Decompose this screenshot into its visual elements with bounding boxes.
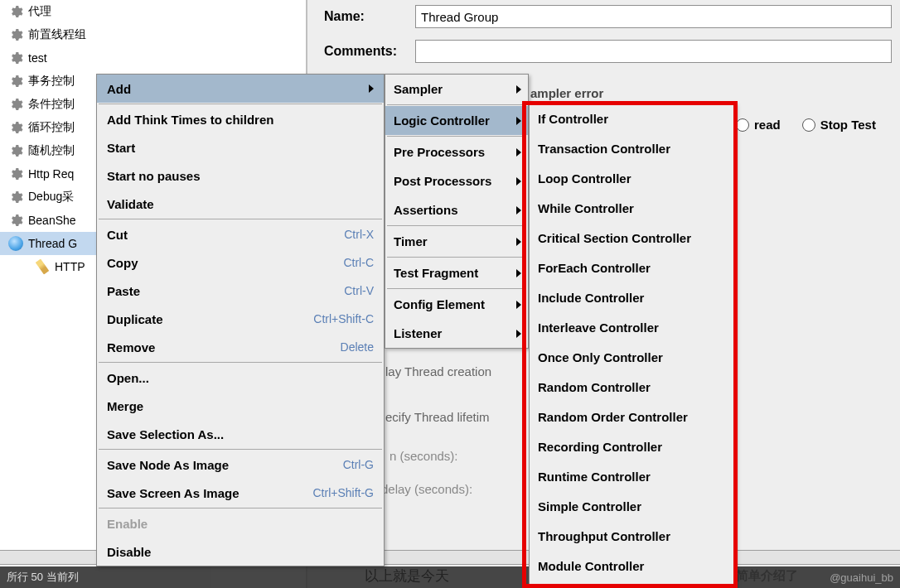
- menu-add-think-times[interactable]: Add Think Times to children: [97, 105, 384, 133]
- menu-shortcut: Ctrl-C: [343, 256, 374, 269]
- tree-item-label: 前置线程组: [28, 27, 86, 42]
- gear-icon: [8, 74, 23, 89]
- logic-loop-controller[interactable]: Loop Controller: [530, 163, 735, 193]
- menu-item-label: Validate: [107, 197, 154, 211]
- menu-separator: [99, 449, 382, 450]
- logic-include-controller[interactable]: Include Controller: [530, 282, 735, 312]
- logic-transaction-controller[interactable]: Transaction Controller: [530, 133, 735, 163]
- menu-item-label: Add Think Times to children: [107, 113, 273, 127]
- menu-item-label: ForEach Controller: [538, 261, 651, 275]
- submenu-pre-processors[interactable]: Pre Processors: [385, 137, 528, 166]
- menu-add[interactable]: Add: [97, 75, 384, 103]
- logic-throughput-controller[interactable]: Throughput Controller: [530, 521, 735, 551]
- submenu-logic-controller[interactable]: Logic Controller: [385, 106, 528, 135]
- submenu-arrow-icon: [516, 301, 521, 309]
- menu-item-label: Sampler: [394, 82, 443, 96]
- radio-stop-test[interactable]: Stop Test: [802, 118, 876, 132]
- submenu-arrow-icon: [516, 148, 521, 157]
- name-input[interactable]: [415, 5, 892, 28]
- menu-shortcut: Ctrl+Shift-C: [313, 312, 374, 325]
- menu-item-label: Transaction Controller: [538, 142, 670, 156]
- tree-item-label: 代理: [28, 4, 51, 19]
- menu-start[interactable]: Start: [97, 133, 384, 161]
- submenu-arrow-icon: [516, 177, 521, 186]
- submenu-post-processors[interactable]: Post Processors: [385, 166, 528, 195]
- menu-item-label: Loop Controller: [538, 171, 631, 186]
- menu-duplicate[interactable]: DuplicateCtrl+Shift-C: [97, 305, 384, 333]
- context-menu: Add Add Think Times to children Start St…: [96, 74, 385, 566]
- logic-module-controller[interactable]: Module Controller: [530, 551, 735, 581]
- submenu-listener[interactable]: Listener: [385, 319, 528, 348]
- menu-item-label: Config Element: [394, 297, 485, 311]
- menu-cut[interactable]: CutCtrl-X: [97, 220, 384, 248]
- gear-icon: [8, 213, 23, 228]
- menu-shortcut: Delete: [341, 340, 374, 354]
- menu-item-label: Disable: [107, 545, 151, 559]
- menu-item-label: Test Fragment: [394, 266, 478, 280]
- logic-interleave-controller[interactable]: Interleave Controller: [530, 312, 735, 342]
- menu-separator: [387, 257, 526, 258]
- submenu-arrow-icon: [516, 330, 521, 338]
- logic-switch-controller[interactable]: Switch Controller: [530, 581, 735, 588]
- radio-label: read: [754, 118, 781, 132]
- logic-random-controller[interactable]: Random Controller: [530, 372, 735, 402]
- tree-item[interactable]: 前置线程组: [0, 23, 306, 46]
- menu-paste[interactable]: PasteCtrl-V: [97, 277, 384, 305]
- submenu-sampler[interactable]: Sampler: [385, 75, 528, 104]
- tree-item-label: BeanShe: [28, 214, 76, 227]
- submenu-arrow-icon: [516, 269, 521, 277]
- logic-recording-controller[interactable]: Recording Controller: [530, 431, 735, 461]
- logic-critical-section-controller[interactable]: Critical Section Controller: [530, 223, 735, 253]
- menu-open[interactable]: Open...: [97, 364, 384, 392]
- tree-item-label: 循环控制: [28, 120, 75, 135]
- menu-item-label: Assertions: [394, 203, 458, 217]
- gear-icon: [8, 4, 23, 19]
- submenu-arrow-icon: [516, 238, 521, 246]
- submenu-arrow-icon: [516, 206, 521, 214]
- tree-item-label: test: [28, 51, 47, 65]
- logic-controller-submenu: If Controller Transaction Controller Loo…: [529, 103, 736, 588]
- menu-start-no-pauses[interactable]: Start no pauses: [97, 161, 384, 190]
- logic-if-controller[interactable]: If Controller: [530, 104, 735, 133]
- radio-stop-thread[interactable]: read: [736, 118, 781, 132]
- menu-item-label: Open...: [107, 371, 149, 385]
- submenu-arrow-icon: [369, 84, 374, 93]
- menu-copy[interactable]: CopyCtrl-C: [97, 248, 384, 277]
- menu-remove[interactable]: RemoveDelete: [97, 333, 384, 361]
- menu-item-label: Interleave Controller: [538, 321, 659, 335]
- menu-validate[interactable]: Validate: [97, 190, 384, 218]
- logic-runtime-controller[interactable]: Runtime Controller: [530, 461, 735, 491]
- menu-item-label: Paste: [107, 284, 140, 298]
- menu-item-label: Listener: [394, 326, 442, 340]
- menu-save-selection-as[interactable]: Save Selection As...: [97, 420, 384, 448]
- menu-item-label: Add: [107, 82, 131, 96]
- submenu-timer[interactable]: Timer: [385, 227, 528, 256]
- logic-random-order-controller[interactable]: Random Order Controller: [530, 402, 735, 431]
- menu-shortcut: Ctrl-V: [344, 284, 374, 297]
- menu-save-node-image[interactable]: Save Node As ImageCtrl-G: [97, 451, 384, 479]
- logic-foreach-controller[interactable]: ForEach Controller: [530, 253, 735, 282]
- submenu-assertions[interactable]: Assertions: [385, 195, 528, 224]
- logic-while-controller[interactable]: While Controller: [530, 193, 735, 223]
- submenu-test-fragment[interactable]: Test Fragment: [385, 258, 528, 287]
- logic-once-only-controller[interactable]: Once Only Controller: [530, 342, 735, 372]
- gear-icon: [8, 166, 23, 181]
- specify-lifetime-text: ecify Thread lifetim: [385, 410, 490, 424]
- submenu-config-element[interactable]: Config Element: [385, 290, 528, 319]
- menu-item-label: Runtime Controller: [538, 470, 651, 484]
- tree-item[interactable]: 代理: [0, 0, 306, 23]
- menu-item-label: Merge: [107, 399, 143, 413]
- menu-disable[interactable]: Disable: [97, 537, 384, 566]
- tree-item-label: Http Req: [28, 167, 74, 181]
- footer-left: 所行 50 当前列: [7, 570, 79, 585]
- logic-simple-controller[interactable]: Simple Controller: [530, 491, 735, 521]
- menu-item-label: Pre Processors: [394, 145, 485, 159]
- submenu-arrow-icon: [516, 85, 521, 94]
- submenu-arrow-icon: [516, 117, 521, 125]
- menu-merge[interactable]: Merge: [97, 392, 384, 420]
- menu-save-screen-image[interactable]: Save Screen As ImageCtrl+Shift-G: [97, 479, 384, 507]
- tree-item[interactable]: test: [0, 46, 306, 70]
- globe-icon: [8, 236, 23, 251]
- menu-item-label: Enable: [107, 517, 148, 531]
- comments-input[interactable]: [415, 40, 892, 63]
